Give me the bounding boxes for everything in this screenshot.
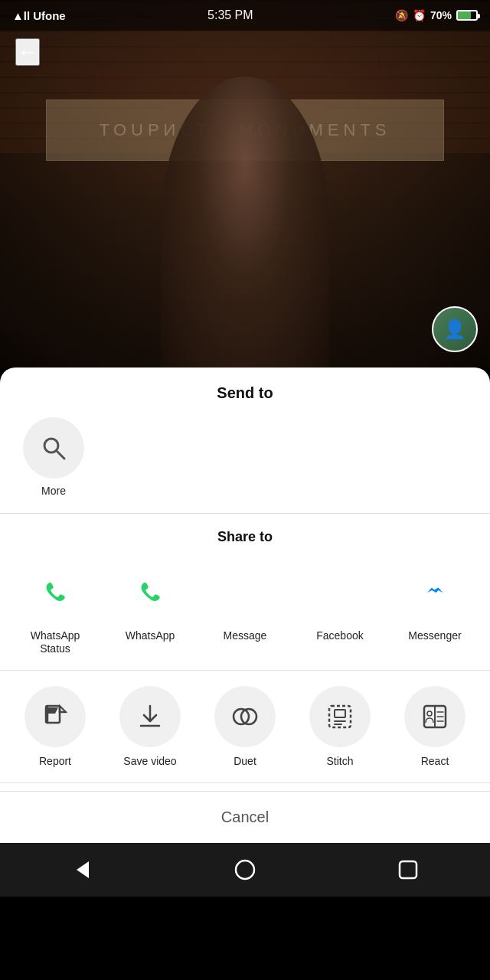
svg-text:f: f (331, 576, 341, 608)
duet-label: Duet (234, 755, 256, 767)
time-display: 5:35 PM (207, 8, 253, 22)
cancel-button[interactable]: Cancel (0, 791, 490, 843)
share-item-messenger[interactable]: Messenger (398, 560, 472, 642)
person-silhouette (161, 77, 329, 368)
report-label: Report (39, 755, 71, 767)
svg-rect-8 (335, 710, 345, 717)
svg-marker-2 (234, 580, 256, 602)
svg-rect-19 (400, 861, 416, 878)
whatsapp-label: WhatsApp (126, 629, 175, 642)
action-item-react[interactable]: React (398, 686, 472, 767)
save-video-label: Save video (123, 755, 176, 767)
nav-home-button[interactable] (222, 847, 268, 893)
share-item-facebook[interactable]: f Facebook (303, 560, 377, 642)
messenger-label: Messenger (408, 629, 461, 642)
share-to-label: Share to (0, 521, 490, 556)
svg-point-18 (236, 861, 254, 879)
sheet-title: Send to (0, 368, 490, 410)
whatsapp-icon (119, 560, 181, 622)
react-label: React (421, 755, 449, 767)
bottom-sheet: Send to More Share to WhatsApp Statu (0, 368, 490, 843)
action-item-duet[interactable]: Duet (208, 686, 282, 767)
whatsapp-status-label: WhatsApp Status (24, 629, 86, 655)
share-item-whatsapp-status[interactable]: WhatsApp Status (18, 560, 92, 655)
battery-label: 70% (430, 9, 452, 21)
svg-point-16 (427, 711, 432, 716)
save-video-icon (135, 701, 165, 732)
action-item-report[interactable]: Report (18, 686, 92, 767)
svg-line-1 (57, 451, 64, 459)
mute-icon: 🔕 (395, 9, 408, 21)
share-item-message[interactable]: Message (208, 560, 282, 642)
divider-1 (0, 513, 490, 514)
stitch-label: Stitch (326, 755, 353, 767)
action-item-stitch[interactable]: Stitch (303, 686, 377, 767)
nav-recent-button[interactable] (385, 847, 431, 893)
react-icon-circle (404, 686, 466, 747)
video-area: ТОUРИСТ · МОNUMENTS ← 👤 (0, 0, 490, 368)
stitch-icon-circle (309, 686, 371, 747)
more-icon-circle (23, 417, 84, 479)
react-icon (420, 701, 450, 732)
share-apps-row: WhatsApp Status WhatsApp Message (0, 556, 490, 663)
action-row: Report Save video Duet (0, 678, 490, 775)
status-bar: ▲ll Ufone 5:35 PM 🔕 ⏰ 70% (0, 0, 490, 31)
status-left: ▲ll Ufone (12, 9, 66, 22)
back-button[interactable]: ← (15, 38, 40, 66)
facebook-icon: f (309, 560, 371, 622)
svg-marker-17 (77, 861, 89, 878)
action-item-save-video[interactable]: Save video (113, 686, 187, 767)
duet-icon (230, 701, 260, 732)
status-right: 🔕 ⏰ 70% (395, 9, 478, 21)
message-label: Message (224, 629, 267, 642)
report-icon-circle (24, 686, 86, 747)
stitch-icon (325, 701, 355, 732)
divider-2 (0, 670, 490, 671)
facebook-label: Facebook (316, 629, 363, 642)
search-icon (38, 433, 69, 463)
duet-icon-circle (214, 686, 276, 747)
report-icon (40, 701, 70, 732)
more-item[interactable]: More (23, 417, 84, 498)
signal-icon: ▲ll (12, 9, 30, 22)
nav-back-button[interactable] (59, 847, 105, 893)
more-label: More (41, 485, 66, 498)
whatsapp-status-icon (24, 560, 86, 622)
nav-bar (0, 843, 490, 897)
message-icon (214, 560, 276, 622)
battery-icon (456, 10, 478, 21)
avatar-thumbnail[interactable]: 👤 (432, 306, 478, 352)
more-row: More (0, 410, 490, 505)
share-item-whatsapp[interactable]: WhatsApp (113, 560, 187, 642)
messenger-icon (404, 560, 466, 622)
save-video-icon-circle (119, 686, 181, 747)
carrier-label: Ufone (33, 9, 66, 22)
divider-3 (0, 782, 490, 783)
alarm-icon: ⏰ (413, 9, 426, 21)
